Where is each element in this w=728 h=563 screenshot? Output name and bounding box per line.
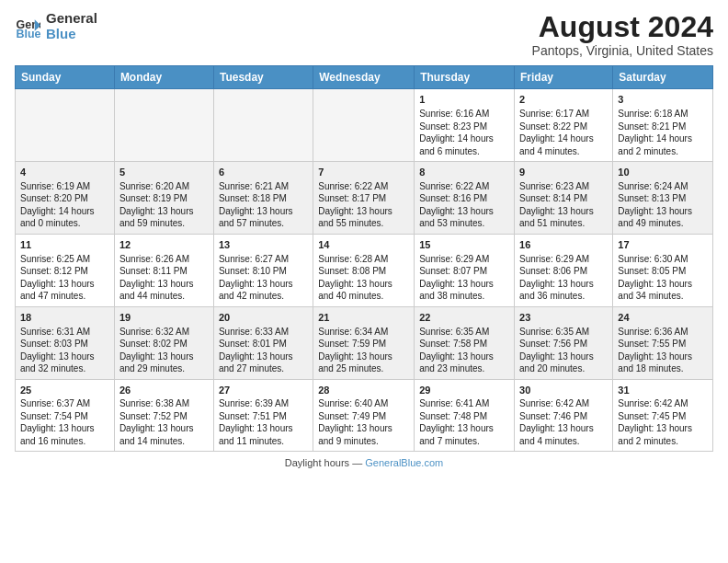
sunset-text: Sunset: 8:16 PM xyxy=(419,192,509,205)
day-number: 19 xyxy=(119,311,209,325)
sunset-text: Sunset: 8:13 PM xyxy=(618,192,708,205)
day-number: 10 xyxy=(618,166,708,179)
day-number: 29 xyxy=(419,384,509,397)
day-number: 16 xyxy=(519,238,608,252)
sunset-text: Sunset: 8:05 PM xyxy=(618,265,708,278)
calendar-cell: 10Sunrise: 6:24 AMSunset: 8:13 PMDayligh… xyxy=(613,162,713,235)
sunset-text: Sunset: 8:06 PM xyxy=(519,265,608,278)
day-number: 13 xyxy=(219,238,308,252)
calendar-header-row: SundayMondayTuesdayWednesdayThursdayFrid… xyxy=(16,66,713,89)
sunset-text: Sunset: 7:56 PM xyxy=(519,338,608,350)
calendar-cell: 8Sunrise: 6:22 AMSunset: 8:16 PMDaylight… xyxy=(415,162,515,235)
calendar-cell: 15Sunrise: 6:29 AMSunset: 8:07 PMDayligh… xyxy=(415,234,515,306)
sunset-text: Sunset: 7:59 PM xyxy=(318,338,409,350)
daylight-minutes-text: and 25 minutes. xyxy=(318,362,409,375)
sunset-text: Sunset: 8:11 PM xyxy=(119,265,209,278)
calendar-cell: 22Sunrise: 6:35 AMSunset: 7:58 PMDayligh… xyxy=(415,306,515,379)
daylight-minutes-text: and 27 minutes. xyxy=(219,362,308,375)
col-header-saturday: Saturday xyxy=(613,66,713,89)
svg-text:Blue: Blue xyxy=(17,28,40,40)
daylight-text: Daylight: 13 hours xyxy=(519,205,608,218)
daylight-minutes-text: and 4 minutes. xyxy=(519,435,608,448)
daylight-minutes-text: and 18 minutes. xyxy=(618,362,708,375)
calendar-cell xyxy=(213,89,313,162)
calendar-cell: 3Sunrise: 6:18 AMSunset: 8:21 PMDaylight… xyxy=(613,89,713,162)
calendar-cell: 19Sunrise: 6:32 AMSunset: 8:02 PMDayligh… xyxy=(114,306,213,379)
sunrise-text: Sunrise: 6:37 AM xyxy=(20,397,109,410)
footer: Daylight hours — GeneralBlue.com xyxy=(15,457,713,468)
daylight-minutes-text: and 47 minutes. xyxy=(20,290,109,303)
sunrise-text: Sunrise: 6:19 AM xyxy=(20,180,109,193)
daylight-minutes-text: and 4 minutes. xyxy=(519,145,608,158)
footer-link[interactable]: GeneralBlue.com xyxy=(365,457,443,468)
daylight-text: Daylight: 13 hours xyxy=(219,350,308,363)
title-block: August 2024 Pantops, Virginia, United St… xyxy=(532,11,713,58)
logo-general: General xyxy=(46,11,97,27)
day-number: 26 xyxy=(119,384,209,397)
col-header-wednesday: Wednesday xyxy=(313,66,415,89)
daylight-text: Daylight: 14 hours xyxy=(618,132,708,145)
calendar-cell: 13Sunrise: 6:27 AMSunset: 8:10 PMDayligh… xyxy=(213,234,313,306)
calendar-cell: 9Sunrise: 6:23 AMSunset: 8:14 PMDaylight… xyxy=(515,162,613,235)
day-number: 1 xyxy=(419,93,509,107)
daylight-text: Daylight: 13 hours xyxy=(618,205,708,218)
day-number: 27 xyxy=(219,384,308,397)
sunset-text: Sunset: 8:10 PM xyxy=(219,265,308,278)
daylight-minutes-text: and 23 minutes. xyxy=(419,362,509,375)
day-number: 11 xyxy=(20,238,109,252)
calendar-cell: 27Sunrise: 6:39 AMSunset: 7:51 PMDayligh… xyxy=(213,379,313,452)
calendar-cell: 14Sunrise: 6:28 AMSunset: 8:08 PMDayligh… xyxy=(313,234,415,306)
daylight-minutes-text: and 59 minutes. xyxy=(119,217,209,230)
daylight-text: Daylight: 13 hours xyxy=(618,350,708,363)
calendar-cell: 24Sunrise: 6:36 AMSunset: 7:55 PMDayligh… xyxy=(613,306,713,379)
calendar-cell: 26Sunrise: 6:38 AMSunset: 7:52 PMDayligh… xyxy=(114,379,213,452)
daylight-text: Daylight: 13 hours xyxy=(219,422,308,435)
calendar-cell: 11Sunrise: 6:25 AMSunset: 8:12 PMDayligh… xyxy=(16,234,115,306)
daylight-text: Daylight: 14 hours xyxy=(20,205,109,218)
calendar-cell: 6Sunrise: 6:21 AMSunset: 8:18 PMDaylight… xyxy=(213,162,313,235)
daylight-text: Daylight: 13 hours xyxy=(20,350,109,363)
daylight-minutes-text: and 2 minutes. xyxy=(618,145,708,158)
calendar-cell: 17Sunrise: 6:30 AMSunset: 8:05 PMDayligh… xyxy=(613,234,713,306)
daylight-minutes-text: and 32 minutes. xyxy=(20,362,109,375)
sunrise-text: Sunrise: 6:42 AM xyxy=(519,397,608,410)
sunrise-text: Sunrise: 6:23 AM xyxy=(519,180,608,193)
day-number: 5 xyxy=(119,166,209,179)
daylight-text: Daylight: 13 hours xyxy=(318,205,409,218)
day-number: 30 xyxy=(519,384,608,397)
daylight-minutes-text: and 29 minutes. xyxy=(119,362,209,375)
sunset-text: Sunset: 7:49 PM xyxy=(318,410,409,423)
daylight-text: Daylight: 13 hours xyxy=(119,278,209,291)
calendar-cell: 21Sunrise: 6:34 AMSunset: 7:59 PMDayligh… xyxy=(313,306,415,379)
day-number: 17 xyxy=(618,238,708,252)
day-number: 12 xyxy=(119,238,209,252)
sunrise-text: Sunrise: 6:30 AM xyxy=(618,253,708,266)
calendar-cell: 29Sunrise: 6:41 AMSunset: 7:48 PMDayligh… xyxy=(415,379,515,452)
day-number: 3 xyxy=(618,93,708,107)
daylight-minutes-text: and 20 minutes. xyxy=(519,362,608,375)
page-subtitle: Pantops, Virginia, United States xyxy=(532,43,713,58)
daylight-text: Daylight: 13 hours xyxy=(519,350,608,363)
sunset-text: Sunset: 7:48 PM xyxy=(419,410,509,423)
daylight-text: Daylight: 13 hours xyxy=(219,205,308,218)
calendar-week-row: 4Sunrise: 6:19 AMSunset: 8:20 PMDaylight… xyxy=(16,162,713,235)
daylight-text: Daylight: 13 hours xyxy=(119,205,209,218)
daylight-minutes-text: and 6 minutes. xyxy=(419,145,509,158)
sunrise-text: Sunrise: 6:38 AM xyxy=(119,397,209,410)
sunrise-text: Sunrise: 6:16 AM xyxy=(419,108,509,121)
sunrise-text: Sunrise: 6:20 AM xyxy=(119,180,209,193)
day-number: 15 xyxy=(419,238,509,252)
sunset-text: Sunset: 7:52 PM xyxy=(119,410,209,423)
calendar-cell: 31Sunrise: 6:42 AMSunset: 7:45 PMDayligh… xyxy=(613,379,713,452)
sunset-text: Sunset: 8:07 PM xyxy=(419,265,509,278)
daylight-text: Daylight: 14 hours xyxy=(519,132,608,145)
daylight-minutes-text: and 55 minutes. xyxy=(318,217,409,230)
sunset-text: Sunset: 8:08 PM xyxy=(318,265,409,278)
day-number: 14 xyxy=(318,238,409,252)
daylight-minutes-text: and 57 minutes. xyxy=(219,217,308,230)
daylight-text: Daylight: 13 hours xyxy=(318,278,409,291)
sunrise-text: Sunrise: 6:22 AM xyxy=(318,180,409,193)
daylight-text: Daylight: 13 hours xyxy=(318,422,409,435)
calendar-week-row: 25Sunrise: 6:37 AMSunset: 7:54 PMDayligh… xyxy=(16,379,713,452)
sunrise-text: Sunrise: 6:22 AM xyxy=(419,180,509,193)
